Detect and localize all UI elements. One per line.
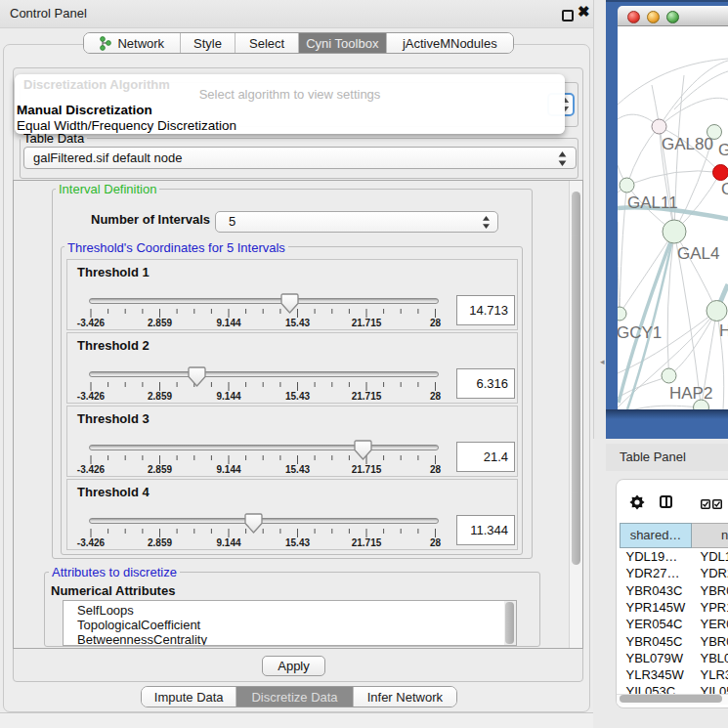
svg-text:C: C (721, 180, 728, 198)
svg-text:GCY1: GCY1 (618, 323, 662, 342)
svg-text:GAL11: GAL11 (627, 193, 678, 212)
svg-text:GAL80: GAL80 (662, 135, 713, 153)
svg-text:GA: GA (718, 141, 728, 159)
svg-text:H: H (719, 321, 728, 340)
svg-text:HAP2: HAP2 (669, 384, 712, 403)
svg-text:GAL4: GAL4 (677, 244, 719, 263)
